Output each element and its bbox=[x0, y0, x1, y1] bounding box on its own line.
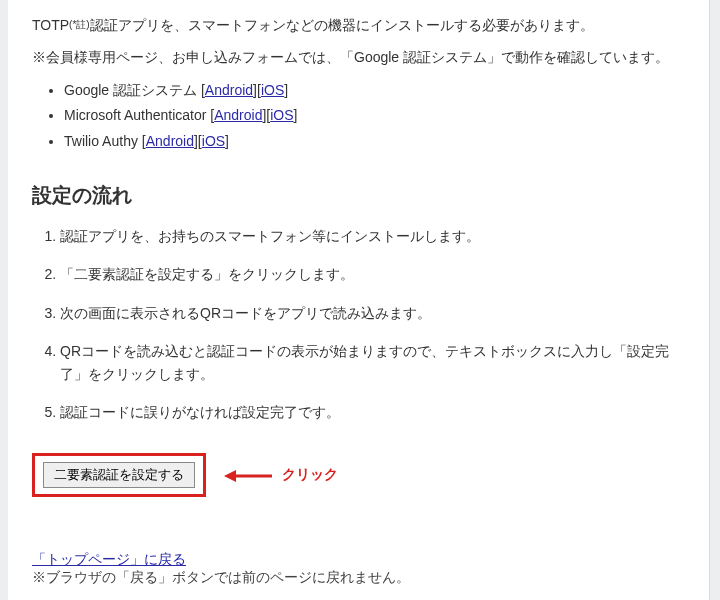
auth-app-list: Google 認証システム [Android][iOS] Microsoft A… bbox=[64, 79, 685, 152]
app-ios-link[interactable]: iOS bbox=[261, 82, 284, 98]
list-item: Microsoft Authenticator [Android][iOS] bbox=[64, 104, 685, 126]
flow-steps: 認証アプリを、お持ちのスマートフォン等にインストールします。 「二要素認証を設定… bbox=[60, 225, 685, 423]
intro-totp-prefix: TOTP bbox=[32, 17, 69, 33]
flow-step: 次の画面に表示されるQRコードをアプリで読み込みます。 bbox=[60, 302, 685, 324]
flow-step: 認証コードに誤りがなければ設定完了です。 bbox=[60, 401, 685, 423]
highlight-frame: 二要素認証を設定する bbox=[32, 453, 206, 497]
annotation-arrow bbox=[224, 467, 272, 483]
svg-marker-1 bbox=[224, 470, 236, 482]
setup-2fa-button[interactable]: 二要素認証を設定する bbox=[43, 462, 195, 488]
app-name: Google 認証システム bbox=[64, 82, 197, 98]
back-to-top-link[interactable]: 「トップページ」に戻る bbox=[32, 551, 186, 567]
flow-step: QRコードを読み込むと認証コードの表示が始まりますので、テキストボックスに入力し… bbox=[60, 340, 685, 385]
footer-area: 「トップページ」に戻る ※ブラウザの「戻る」ボタンでは前のページに戻れません。 bbox=[32, 551, 685, 587]
list-item: Google 認証システム [Android][iOS] bbox=[64, 79, 685, 101]
app-android-link[interactable]: Android bbox=[146, 133, 194, 149]
flow-heading: 設定の流れ bbox=[32, 182, 685, 209]
intro-line-1-rest: 認証アプリを、スマートフォンなどの機器にインストールする必要があります。 bbox=[90, 17, 594, 33]
app-name: Twilio Authy bbox=[64, 133, 138, 149]
app-android-link[interactable]: Android bbox=[214, 107, 262, 123]
app-name: Microsoft Authenticator bbox=[64, 107, 206, 123]
intro-line-2: ※会員様専用ページ、お申し込みフォームでは、「Google 認証システム」で動作… bbox=[32, 46, 685, 68]
flow-step: 「二要素認証を設定する」をクリックします。 bbox=[60, 263, 685, 285]
back-warning-note: ※ブラウザの「戻る」ボタンでは前のページに戻れません。 bbox=[32, 569, 410, 585]
intro-footnote-marker: (*註) bbox=[69, 19, 90, 30]
app-android-link[interactable]: Android bbox=[205, 82, 253, 98]
app-ios-link[interactable]: iOS bbox=[202, 133, 225, 149]
intro-line-1: TOTP(*註)認証アプリを、スマートフォンなどの機器にインストールする必要があ… bbox=[32, 14, 685, 36]
arrow-left-icon bbox=[224, 469, 272, 483]
flow-step: 認証アプリを、お持ちのスマートフォン等にインストールします。 bbox=[60, 225, 685, 247]
list-item: Twilio Authy [Android][iOS] bbox=[64, 130, 685, 152]
button-area: 二要素認証を設定する クリック bbox=[32, 453, 685, 495]
content-panel: TOTP(*註)認証アプリを、スマートフォンなどの機器にインストールする必要があ… bbox=[8, 0, 710, 600]
app-ios-link[interactable]: iOS bbox=[270, 107, 293, 123]
click-annotation-label: クリック bbox=[282, 466, 338, 482]
